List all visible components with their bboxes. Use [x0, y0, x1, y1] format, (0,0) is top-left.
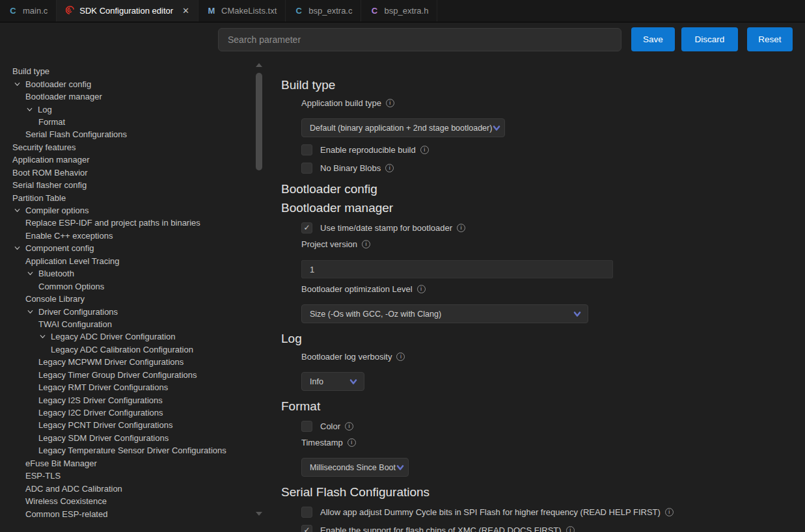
search-input[interactable] [218, 28, 621, 51]
chevron-down-icon [492, 124, 501, 133]
sidebar-item-label: Enable C++ exceptions [25, 231, 113, 241]
text-input[interactable] [301, 260, 613, 278]
chevron-down-icon[interactable] [26, 269, 38, 278]
chevron-down-icon[interactable] [26, 308, 38, 316]
info-icon[interactable]: i [362, 240, 370, 248]
sidebar-item-build-type[interactable]: Build type [0, 65, 254, 77]
sidebar-item-legacy-rmt-driver-configurations[interactable]: Legacy RMT Driver Configurations [0, 381, 254, 393]
info-icon[interactable]: i [386, 99, 394, 107]
chevron-down-icon[interactable] [13, 80, 25, 88]
select-default-binary-application-2nd-stage-boo[interactable]: Default (binary application + 2nd stage … [301, 118, 505, 137]
sidebar-item-driver-configurations[interactable]: Driver Configurations [0, 305, 254, 317]
info-icon[interactable]: i [420, 146, 429, 154]
tab-main-c[interactable]: Cmain.c [0, 0, 57, 21]
sidebar-item-legacy-i2s-driver-configurations[interactable]: Legacy I2S Driver Configurations [0, 393, 254, 406]
close-icon[interactable]: ✕ [182, 6, 189, 16]
info-icon[interactable]: i [396, 352, 405, 361]
checkbox-row-color: Colori [301, 420, 805, 432]
field-label-text: Project version [301, 239, 357, 250]
sidebar-item-wireless-coexistence[interactable]: Wireless Coexistence [0, 495, 254, 507]
sidebar-item-label: Legacy Temperature Sensor Driver Configu… [38, 446, 226, 455]
config-form: Build typeApplication build typeiDefault… [270, 65, 805, 532]
info-icon[interactable]: i [417, 285, 426, 293]
checkbox[interactable] [301, 163, 312, 174]
chevron-down-icon [573, 310, 582, 319]
sidebar-item-label: Application manager [12, 155, 90, 165]
sidebar-item-legacy-adc-driver-configuration[interactable]: Legacy ADC Driver Configuration [0, 330, 254, 343]
sidebar-item-legacy-adc-calibration-configuration[interactable]: Legacy ADC Calibration Configuration [0, 343, 254, 356]
select-milliseconds-since-boot[interactable]: Milliseconds Since Boot [301, 458, 409, 477]
tab-cmakelists-txt[interactable]: MCMakeLists.txt [198, 0, 286, 21]
sidebar-item-legacy-timer-group-driver-configurations[interactable]: Legacy Timer Group Driver Configurations [0, 369, 254, 381]
sidebar-item-replace-esp-idf-and-project-paths-in-binaries[interactable]: Replace ESP-IDF and project paths in bin… [0, 217, 254, 229]
sidebar-item-format[interactable]: Format [0, 116, 254, 128]
sidebar-item-label: Legacy I2S Driver Configurations [38, 395, 163, 405]
select-value: Info [310, 377, 323, 386]
checkbox-label-text: Enable reproducible build [320, 145, 416, 155]
sidebar-item-component-config[interactable]: Component config [0, 242, 254, 254]
checkbox[interactable]: ✓ [301, 525, 312, 532]
sidebar-item-application-level-tracing[interactable]: Application Level Tracing [0, 255, 254, 267]
sidebar-item-label: Partition Table [12, 193, 66, 203]
sidebar-item-label: Legacy SDM Driver Configurations [38, 433, 169, 443]
sidebar-item-console-library[interactable]: Console Library [0, 293, 254, 305]
checkbox[interactable] [301, 507, 312, 518]
checkbox[interactable] [301, 421, 312, 432]
sidebar-item-legacy-pcnt-driver-configurations[interactable]: Legacy PCNT Driver Configurations [0, 419, 254, 431]
section-heading-format: Format [281, 399, 805, 414]
sidebar-item-partition-table[interactable]: Partition Table [0, 191, 254, 204]
sidebar-item-enable-c-exceptions[interactable]: Enable C++ exceptions [0, 230, 254, 242]
sidebar-item-serial-flash-configurations[interactable]: Serial Flash Configurations [0, 128, 254, 140]
select-info[interactable]: Info [301, 372, 364, 391]
sidebar-item-legacy-mcpwm-driver-configurations[interactable]: Legacy MCPWM Driver Configurations [0, 356, 254, 368]
checkbox[interactable]: ✓ [301, 222, 312, 233]
save-button[interactable]: Save [631, 27, 675, 51]
chevron-down-icon[interactable] [25, 105, 38, 114]
scrollbar-thumb[interactable] [256, 73, 262, 170]
sidebar-item-label: Serial flasher config [12, 180, 87, 190]
info-icon[interactable]: i [345, 422, 353, 431]
sidebar-item-security-features[interactable]: Security features [0, 141, 254, 153]
reset-button[interactable]: Reset [747, 27, 793, 51]
sidebar-item-legacy-i2c-driver-configurations[interactable]: Legacy I2C Driver Configurations [0, 406, 254, 419]
sidebar-item-boot-rom-behavior[interactable]: Boot ROM Behavior [0, 166, 254, 179]
tab-sdk-configuration-editor[interactable]: SDK Configuration editor✕ [57, 0, 198, 21]
tab-bsp-extra-c[interactable]: Cbsp_extra.c [286, 0, 361, 21]
sidebar-item-label: Console Library [25, 294, 85, 304]
info-icon[interactable]: i [665, 508, 674, 516]
info-icon[interactable]: i [457, 224, 465, 232]
discard-button[interactable]: Discard [681, 27, 738, 51]
section-heading-serial-flash-configurations: Serial Flash Configurations [281, 485, 805, 499]
info-icon[interactable]: i [385, 164, 394, 172]
field-label-bootloader-log-verbosity: Bootloader log verbosityi [301, 351, 805, 362]
chevron-down-icon[interactable] [13, 206, 25, 215]
sidebar-item-bootloader-manager[interactable]: Bootloader manager [0, 90, 254, 103]
scroll-up-icon[interactable] [256, 63, 262, 67]
scroll-down-icon[interactable] [256, 512, 262, 516]
field-label-text: Bootloader optimization Level [301, 284, 413, 295]
chevron-down-icon[interactable] [38, 332, 51, 341]
sidebar-item-application-manager[interactable]: Application manager [0, 153, 254, 166]
checkbox[interactable] [301, 144, 312, 155]
espressif-icon [65, 5, 74, 17]
info-icon[interactable]: i [566, 526, 575, 532]
sidebar-item-common-esp-related[interactable]: Common ESP-related [0, 507, 254, 520]
sidebar-item-bluetooth[interactable]: Bluetooth [0, 267, 254, 280]
info-icon[interactable]: i [348, 438, 356, 447]
sidebar-item-efuse-bit-manager[interactable]: eFuse Bit Manager [0, 457, 254, 470]
select-size-os-with-gcc-oz-with-clang[interactable]: Size (-Os with GCC, -Oz with Clang) [301, 304, 588, 323]
checkbox-row-use-time-date-stamp-for-bootloader: ✓Use time/date stamp for bootloaderi [301, 222, 805, 233]
sidebar-item-compiler-options[interactable]: Compiler options [0, 204, 254, 217]
sidebar-item-legacy-sdm-driver-configurations[interactable]: Legacy SDM Driver Configurations [0, 432, 254, 444]
tab-bsp-extra-h[interactable]: Cbsp_extra.h [361, 0, 437, 21]
sidebar-item-common-options[interactable]: Common Options [0, 280, 254, 292]
sidebar-item-log[interactable]: Log [0, 103, 254, 115]
sidebar-item-bootloader-config[interactable]: Bootloader config [0, 77, 254, 90]
sidebar-item-label: Common Options [38, 282, 104, 291]
sidebar-item-twai-configuration[interactable]: TWAI Configuration [0, 318, 254, 330]
sidebar-item-adc-and-adc-calibration[interactable]: ADC and ADC Calibration [0, 482, 254, 494]
chevron-down-icon[interactable] [13, 244, 25, 252]
sidebar-item-serial-flasher-config[interactable]: Serial flasher config [0, 179, 254, 191]
sidebar-item-legacy-temperature-sensor-driver-configurations[interactable]: Legacy Temperature Sensor Driver Configu… [0, 444, 254, 457]
sidebar-item-esp-tls[interactable]: ESP-TLS [0, 470, 254, 482]
